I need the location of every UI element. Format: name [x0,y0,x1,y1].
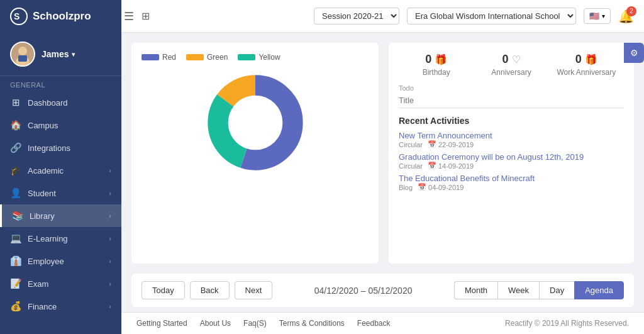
birthday-icon: 🎁 [435,53,447,65]
sidebar-item-academic[interactable]: 🎓 Academic › [0,159,121,182]
logo-area: S Schoolzpro [0,0,121,33]
legend-dot-red [142,54,159,60]
sidebar-item-employee[interactable]: 👔 Employee › [0,250,121,272]
activity-type-1: Circular [399,162,423,170]
footer-links: Getting Started About Us Faq(S) Terms & … [136,319,391,328]
calendar-icon-1: 📅 [428,162,436,170]
chevron-down-icon: ▾ [602,13,605,19]
elearning-icon: 💻 [10,233,21,244]
sidebar-item-label: Exam [28,279,48,289]
footer-terms[interactable]: Terms & Conditions [279,319,345,328]
school-select[interactable]: Era Global Wisdom International School [407,8,576,25]
activity-type-0: Circular [399,141,423,148]
work-anniversary-count: 0 [575,53,582,66]
sidebar-item-elearning[interactable]: 💻 E-Learning › [0,227,121,250]
legend-label-red: Red [162,53,176,62]
footer-faq[interactable]: Faq(S) [243,319,267,328]
recent-activities-title: Recent Activities [399,116,624,126]
hamburger-icon[interactable]: ☰ [124,9,134,23]
sidebar-item-label: Integrations [28,143,70,153]
sidebar-item-exam[interactable]: 📝 Exam › [0,272,121,295]
sidebar: James ▾ General ⊞ Dashboard 🏠 Campus 🔗 I… [0,33,121,334]
legend-label-green: Green [207,53,228,62]
notification-badge: 2 [626,6,636,16]
sidebar-item-label: Campus [28,121,58,130]
sidebar-item-label: Finance [28,302,57,311]
legend-red: Red [142,53,176,62]
next-button[interactable]: Next [235,281,273,299]
calendar-date-range: 04/12/2020 – 05/12/2020 [277,286,449,296]
chevron-right-icon: › [109,280,111,287]
work-anniversary-label: Work Anniversary [557,68,616,77]
calendar-icon-0: 📅 [428,140,436,148]
activity-item-2: The Educational Benefits of Minecraft Bl… [399,174,624,191]
back-button[interactable]: Back [190,281,230,299]
activity-date-1: 📅 14-09-2019 [428,162,474,170]
content-main: Red Green Yellow [121,33,644,274]
sidebar-item-label: Academic [28,166,64,175]
flag-emoji: 🇺🇸 [589,11,599,21]
anniversary-label: Anniversary [491,68,531,77]
calendar-view-buttons: Month Week Day Agenda [454,281,624,299]
sidebar-item-library[interactable]: 📚 Library › [0,204,121,227]
student-icon: 👤 [10,187,21,199]
grid-icon[interactable]: ⊞ [142,10,150,22]
sidebar-item-integrations[interactable]: 🔗 Integrations [0,136,121,159]
stats-row: 0 🎁 Birthday 0 ♡ Anniversary [399,53,624,77]
week-view-button[interactable]: Week [497,281,539,299]
session-select[interactable]: Session 2020-21 [314,8,399,25]
footer-about-us[interactable]: About Us [200,319,231,328]
footer: Getting Started About Us Faq(S) Terms & … [121,312,644,334]
birthday-label: Birthday [423,68,450,77]
stat-birthday: 0 🎁 Birthday [399,53,474,77]
footer-feedback[interactable]: Feedback [357,319,391,328]
day-view-button[interactable]: Day [539,281,574,299]
finance-icon: 💰 [10,301,21,312]
settings-button[interactable]: ⚙ [624,43,644,63]
birthday-count: 0 [425,53,431,66]
agenda-view-button[interactable]: Agenda [574,281,624,299]
exam-icon: 📝 [10,278,21,289]
chart-panel: Red Green Yellow [131,43,379,264]
stat-work-anniversary: 0 🎁 Work Anniversary [549,53,624,77]
work-anniversary-icon: 🎁 [585,53,597,65]
sidebar-item-label: Student [28,189,56,198]
sidebar-item-dashboard[interactable]: ⊞ Dashboard [0,91,121,114]
chevron-right-icon: › [109,212,111,220]
heart-icon: ♡ [512,53,521,65]
activity-meta-1: Circular 📅 14-09-2019 [399,162,624,170]
sidebar-item-campus[interactable]: 🏠 Campus [0,114,121,136]
legend-dot-yellow [238,54,255,60]
academic-icon: 🎓 [10,165,21,176]
sidebar-item-finance[interactable]: 💰 Finance › [0,295,121,318]
activity-date-0: 📅 22-09-2019 [428,140,474,148]
activity-meta-2: Blog 📅 04-09-2019 [399,183,624,191]
sidebar-item-label: E-Learning [28,234,68,243]
language-selector[interactable]: 🇺🇸 ▾ [584,8,611,24]
avatar [10,42,35,67]
library-icon: 📚 [12,210,23,221]
content-area: Red Green Yellow [121,33,644,334]
chevron-right-icon: › [109,257,111,265]
legend-dot-green [186,54,204,60]
anniversary-count: 0 [502,53,508,66]
logo-icon: S [10,8,28,25]
today-button[interactable]: Today [142,281,185,299]
footer-getting-started[interactable]: Getting Started [136,319,187,328]
activity-title-2: The Educational Benefits of Minecraft [399,174,624,183]
sidebar-item-student[interactable]: 👤 Student › [0,182,121,204]
activity-title-0: New Term Announcement [399,131,624,140]
legend-label-yellow: Yellow [258,53,280,62]
month-view-button[interactable]: Month [454,281,497,299]
notifications-button[interactable]: 🔔 2 [618,9,634,24]
legend-green: Green [186,53,228,62]
donut-chart [202,69,309,176]
activity-date-2: 📅 04-09-2019 [418,183,464,191]
svg-text:S: S [14,11,19,21]
todo-input[interactable] [399,93,624,108]
chevron-right-icon: › [109,189,111,197]
campus-icon: 🏠 [10,120,21,131]
activity-meta-0: Circular 📅 22-09-2019 [399,140,624,148]
employee-icon: 👔 [10,255,21,267]
top-header: S Schoolzpro ☰ ⊞ Session 2020-21 Era Glo… [0,0,644,33]
